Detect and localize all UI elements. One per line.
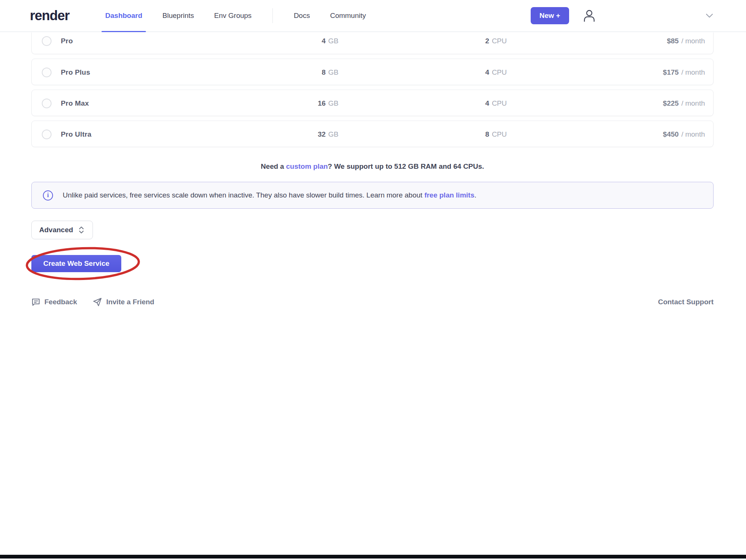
plan-cpu: 4 CPU <box>485 90 507 116</box>
plan-ram: 4 GB <box>322 32 338 54</box>
top-navigation: render Dashboard Blueprints Env Groups D… <box>0 0 746 32</box>
radio-plan-pro[interactable] <box>42 36 51 46</box>
contact-support-link[interactable]: Contact Support <box>658 298 714 306</box>
plan-price: $450 / month <box>663 121 705 147</box>
free-plan-limits-link[interactable]: free plan limits <box>424 191 474 199</box>
user-avatar-icon[interactable] <box>583 9 595 22</box>
plan-ram: 8 GB <box>322 59 338 85</box>
radio-plan-pro-max[interactable] <box>42 99 51 108</box>
nav-right-group: New + <box>531 7 713 24</box>
bottom-edge-bar <box>0 555 746 559</box>
nav-item-community[interactable]: Community <box>330 0 366 31</box>
render-logo[interactable]: render <box>30 8 69 24</box>
plan-row-pro-ultra[interactable]: Pro Ultra 32 GB 8 CPU $450 / month <box>31 121 714 147</box>
nav-item-blueprints[interactable]: Blueprints <box>162 0 194 31</box>
sort-chevrons-icon <box>78 226 84 234</box>
page-footer: Feedback Invite a Friend Contact Support <box>31 298 714 307</box>
plan-name: Pro Max <box>61 99 89 108</box>
plan-name: Pro <box>61 37 73 45</box>
plan-ram: 16 GB <box>318 90 338 116</box>
render-dashboard-page: render Dashboard Blueprints Env Groups D… <box>0 0 746 560</box>
custom-plan-note: Need a custom plan? We support up to 512… <box>31 162 714 171</box>
nav-item-dashboard[interactable]: Dashboard <box>105 0 142 31</box>
plan-row-pro-max[interactable]: Pro Max 16 GB 4 CPU $225 / month <box>31 90 714 116</box>
plan-name: Pro Plus <box>61 68 90 77</box>
radio-plan-pro-plus[interactable] <box>42 68 51 77</box>
create-button-area: Create Web Service <box>31 248 714 282</box>
create-web-service-button[interactable]: Create Web Service <box>31 255 121 272</box>
invite-friend-link[interactable]: Invite a Friend <box>93 298 154 307</box>
advanced-toggle[interactable]: Advanced <box>31 221 93 239</box>
nav-item-env-groups[interactable]: Env Groups <box>214 0 252 31</box>
nav-divider <box>272 8 273 23</box>
feedback-link[interactable]: Feedback <box>31 298 77 307</box>
paper-plane-icon <box>93 298 102 307</box>
feedback-icon <box>31 298 40 307</box>
plan-cpu: 4 CPU <box>485 59 507 85</box>
free-plan-info-banner: i Unlike paid services, free services sc… <box>31 182 714 209</box>
new-button[interactable]: New + <box>531 7 569 24</box>
info-icon: i <box>43 190 53 200</box>
info-banner-text: Unlike paid services, free services scal… <box>63 191 477 199</box>
primary-nav: Dashboard Blueprints Env Groups Docs Com… <box>105 0 366 31</box>
plan-list: Pro 4 GB 2 CPU $85 / month <box>31 32 714 152</box>
plan-row-pro[interactable]: Pro 4 GB 2 CPU $85 / month <box>31 32 714 54</box>
plan-row-pro-plus[interactable]: Pro Plus 8 GB 4 CPU $175 / month <box>31 59 714 85</box>
custom-plan-link[interactable]: custom plan <box>286 162 328 170</box>
chevron-down-icon[interactable] <box>706 13 713 18</box>
radio-plan-pro-ultra[interactable] <box>42 130 51 139</box>
plan-price: $225 / month <box>663 90 705 116</box>
plan-cpu: 8 CPU <box>485 121 507 147</box>
plan-price: $85 / month <box>667 32 705 54</box>
nav-item-docs[interactable]: Docs <box>294 0 310 31</box>
plan-price: $175 / month <box>663 59 705 85</box>
plan-ram: 32 GB <box>318 121 338 147</box>
main-content: Pro 4 GB 2 CPU $85 / month <box>31 32 714 307</box>
plan-name: Pro Ultra <box>61 130 91 139</box>
plan-cpu: 2 CPU <box>485 32 507 54</box>
